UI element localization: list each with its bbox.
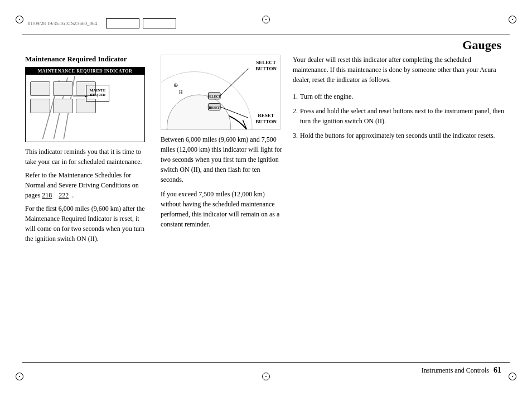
page-link-218[interactable]: 218 bbox=[42, 191, 52, 199]
middle-body-text-2: If you exceed 7,500 miles (12,000 km) wi… bbox=[161, 189, 283, 229]
footer-page-number: 61 bbox=[494, 366, 501, 375]
step-1: 1. Turn off the engine. bbox=[293, 91, 507, 102]
instrument-diagram: SELECT RESET ⊕ H SELECTBUTTON RESETBUTTO… bbox=[161, 55, 280, 130]
svg-text:⊕: ⊕ bbox=[173, 82, 178, 88]
top-strip: 01/09/28 19:35:16 31SZ3660_064 bbox=[0, 0, 532, 33]
tab-box-2 bbox=[143, 18, 176, 28]
mri-diagram: MAINTENANCE REQUIRED INDICATOR bbox=[25, 67, 145, 142]
page-link-222[interactable]: 222 bbox=[59, 191, 69, 199]
footer-rule bbox=[22, 362, 510, 363]
footer-label: Instruments and Controls bbox=[422, 366, 489, 375]
mri-diagram-label: MAINTENANCE REQUIRED INDICATOR bbox=[26, 67, 144, 75]
cluster-btn-4 bbox=[30, 99, 50, 113]
mainte-box: MAINTEREQUID bbox=[86, 85, 109, 102]
svg-line-13 bbox=[220, 69, 248, 96]
reg-mark-bc bbox=[262, 373, 270, 380]
select-button-label: SELECTBUTTON bbox=[255, 60, 277, 72]
svg-point-8 bbox=[167, 95, 230, 129]
svg-text:SELECT: SELECT bbox=[208, 95, 221, 98]
reg-mark-br bbox=[509, 373, 516, 380]
main-content: Maintenance Required Indicator MAINTENAN… bbox=[25, 55, 507, 358]
right-intro-text: Your dealer will reset this indicator af… bbox=[293, 55, 507, 85]
left-column: Maintenance Required Indicator MAINTENAN… bbox=[25, 55, 156, 358]
svg-text:H: H bbox=[179, 89, 183, 95]
footer: Instruments and Controls 61 bbox=[422, 366, 501, 375]
section-title: Maintenance Required Indicator bbox=[25, 55, 151, 64]
cluster-btn-2 bbox=[53, 81, 73, 96]
mri-diagram-inner: MAINTEREQUID bbox=[26, 75, 144, 139]
step-2-num: 2. bbox=[293, 106, 298, 126]
step-3-text: Hold the buttons for approximately ten s… bbox=[300, 131, 495, 141]
cluster-btn-5 bbox=[53, 99, 73, 113]
step-1-text: Turn off the engine. bbox=[300, 91, 353, 102]
middle-body-text: Between 6,000 miles (9,600 km) and 7,500… bbox=[161, 134, 283, 185]
body-text-3: For the first 6,000 miles (9,600 km) aft… bbox=[25, 204, 151, 244]
tab-boxes bbox=[106, 18, 176, 28]
cluster-btn-1 bbox=[30, 81, 50, 96]
steps-list: 1. Turn off the engine. 2. Press and hol… bbox=[293, 91, 507, 141]
page-title: Gauges bbox=[462, 38, 501, 52]
step-3: 3. Hold the buttons for approximately te… bbox=[293, 131, 507, 141]
step-3-num: 3. bbox=[293, 131, 298, 141]
header-rule bbox=[22, 35, 510, 35]
reset-button-label: RESETBUTTON bbox=[255, 113, 277, 125]
reg-mark-bl bbox=[16, 373, 23, 380]
body-text-1: This indicator reminds you that it is ti… bbox=[25, 147, 151, 167]
step-2-text: Press and hold the select and reset butt… bbox=[300, 106, 507, 126]
step-2: 2. Press and hold the select and reset b… bbox=[293, 106, 507, 126]
middle-column: SELECT RESET ⊕ H SELECTBUTTON RESETBUTTO… bbox=[156, 55, 287, 358]
step-1-num: 1. bbox=[293, 91, 298, 102]
right-column: Your dealer will reset this indicator af… bbox=[287, 55, 507, 358]
file-info: 01/09/28 19:35:16 31SZ3660_064 bbox=[28, 21, 97, 26]
svg-text:RESET: RESET bbox=[209, 106, 219, 109]
tab-box-1 bbox=[106, 18, 139, 28]
body-text-2: Refer to the Maintenance Schedules for N… bbox=[25, 170, 151, 200]
